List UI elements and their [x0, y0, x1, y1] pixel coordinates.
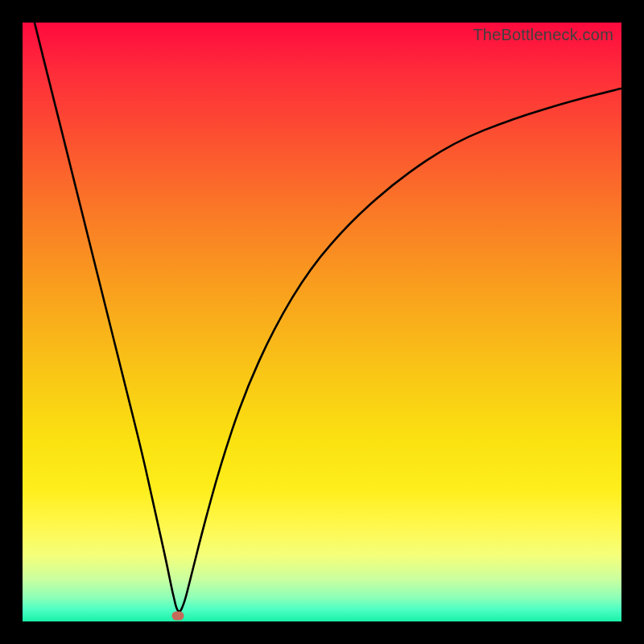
minimum-marker — [172, 611, 184, 620]
plot-area: TheBottleneck.com — [23, 23, 621, 621]
chart-frame: TheBottleneck.com — [0, 0, 644, 644]
bottleneck-curve — [23, 23, 621, 621]
